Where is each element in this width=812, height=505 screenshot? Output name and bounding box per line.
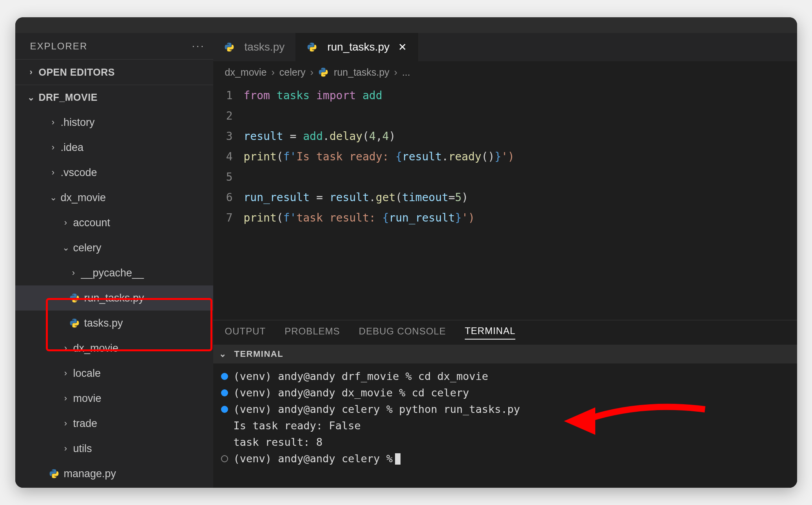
panel-tab-debug[interactable]: DEBUG CONSOLE xyxy=(359,326,446,339)
terminal-output[interactable]: (venv) andy@andy drf_movie % cd dx_movie… xyxy=(213,363,797,488)
panel-tab-terminal[interactable]: TERMINAL xyxy=(465,325,515,340)
tree-folder-celery[interactable]: ⌄celery xyxy=(15,235,213,260)
bullet-icon xyxy=(221,389,228,396)
tree-folder-dx-movie[interactable]: ⌄dx_movie xyxy=(15,185,213,210)
python-file-icon xyxy=(318,67,329,77)
python-file-icon xyxy=(49,469,60,479)
tree-folder-pycache[interactable]: ›__pycache__ xyxy=(15,260,213,285)
panel-tab-problems[interactable]: PROBLEMS xyxy=(285,326,340,339)
tree-folder-history[interactable]: ›.history xyxy=(15,110,213,135)
tree-folder-movie[interactable]: ›movie xyxy=(15,386,213,411)
bullet-icon xyxy=(221,373,228,380)
tree-folder-idea[interactable]: ›.idea xyxy=(15,135,213,160)
panel-tab-output[interactable]: OUTPUT xyxy=(225,326,266,339)
chevron-right-icon: › xyxy=(310,67,314,78)
tree-folder-account[interactable]: ›account xyxy=(15,210,213,235)
chevron-right-icon: › xyxy=(272,67,275,78)
explorer-sidebar: EXPLORER ··· › OPEN EDITORS ⌄ DRF_MOVIE … xyxy=(15,33,213,488)
open-editors-label: OPEN EDITORS xyxy=(39,67,115,78)
terminal-section-header[interactable]: ⌄ TERMINAL xyxy=(213,345,797,363)
tab-tasks[interactable]: tasks.py xyxy=(213,33,296,61)
workspace-label: DRF_MOVIE xyxy=(39,92,98,103)
close-tab-icon[interactable]: ✕ xyxy=(395,41,407,53)
python-file-icon xyxy=(224,42,235,52)
bullet-icon xyxy=(221,455,228,462)
annotation-highlight xyxy=(46,298,212,351)
editor-tabs: tasks.py run_tasks.py ✕ xyxy=(213,33,797,61)
workspace-section[interactable]: ⌄ DRF_MOVIE xyxy=(15,85,213,110)
bullet-icon xyxy=(221,406,228,413)
explorer-title: EXPLORER xyxy=(30,41,88,52)
chevron-down-icon: ⌄ xyxy=(219,349,227,359)
tree-file-manage[interactable]: manage.py xyxy=(15,461,213,486)
tab-run-tasks[interactable]: run_tasks.py ✕ xyxy=(296,33,418,61)
terminal-cursor xyxy=(395,453,401,465)
python-file-icon xyxy=(307,42,318,52)
tree-folder-vscode[interactable]: ›.vscode xyxy=(15,160,213,185)
window-titlebar xyxy=(15,17,797,33)
code-editor[interactable]: 1from tasks import add 2 3result = add.d… xyxy=(213,83,797,320)
tree-folder-trade[interactable]: ›trade xyxy=(15,411,213,436)
tree-folder-locale[interactable]: ›locale xyxy=(15,361,213,386)
open-editors-section[interactable]: › OPEN EDITORS xyxy=(15,60,213,85)
breadcrumb[interactable]: dx_movie › celery › run_tasks.py › ... xyxy=(213,61,797,83)
explorer-more-icon[interactable]: ··· xyxy=(192,40,205,52)
bottom-panel: OUTPUT PROBLEMS DEBUG CONSOLE TERMINAL ⌄… xyxy=(213,320,797,488)
chevron-right-icon: › xyxy=(394,67,397,78)
tree-folder-utils[interactable]: ›utils xyxy=(15,436,213,461)
